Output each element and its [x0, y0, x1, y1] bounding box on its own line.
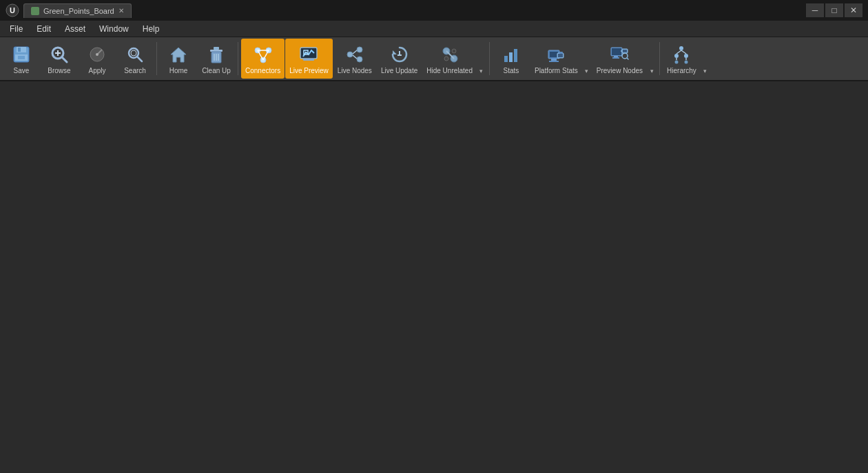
hierarchy-dropdown[interactable]: ▾ [701, 39, 710, 79]
svg-rect-56 [558, 54, 563, 57]
live-preview-button[interactable]: Live Preview [285, 39, 333, 79]
svg-point-67 [679, 46, 683, 50]
save-label: Save [14, 67, 30, 74]
preview-nodes-label: Preview Nodes [597, 67, 643, 74]
title-bar: U Green_Points_Board ✕ ─ □ ✕ [0, 0, 868, 21]
live-preview-label: Live Preview [289, 67, 329, 74]
live-update-button[interactable]: Live Update [377, 39, 422, 79]
menu-file[interactable]: File [3, 22, 30, 36]
svg-rect-6 [18, 56, 25, 59]
live-nodes-button[interactable]: Live Nodes [333, 39, 376, 79]
svg-rect-61 [612, 57, 619, 59]
svg-point-16 [131, 50, 136, 56]
svg-line-39 [353, 55, 357, 59]
svg-line-72 [676, 50, 681, 54]
home-label: Home [169, 67, 188, 74]
live-nodes-icon [344, 43, 366, 66]
svg-point-71 [685, 60, 688, 63]
separator-2 [238, 42, 238, 75]
svg-text:U: U [10, 6, 15, 14]
browse-icon [48, 43, 70, 66]
hide-unrelated-button[interactable]: Hide Unrelated [422, 39, 477, 79]
main-canvas [0, 81, 868, 472]
browse-button[interactable]: Browse [41, 39, 78, 79]
menu-help[interactable]: Help [136, 22, 167, 36]
svg-rect-60 [614, 56, 618, 57]
tab-icon [31, 7, 39, 15]
svg-line-28 [263, 50, 269, 60]
svg-line-15 [137, 57, 142, 61]
menu-bar: File Edit Asset Window Help [0, 21, 868, 37]
hide-unrelated-dropdown[interactable]: ▾ [477, 39, 486, 79]
tab-title: Green_Points_Board [43, 7, 114, 15]
cleanup-button[interactable]: Clean Up [198, 39, 235, 79]
hide-unrelated-label: Hide Unrelated [426, 67, 473, 74]
restore-button[interactable]: □ [825, 3, 843, 17]
hierarchy-button[interactable]: Hierarchy [663, 39, 701, 79]
svg-rect-49 [509, 52, 513, 62]
preview-nodes-button[interactable]: Preview Nodes [592, 39, 647, 79]
platform-stats-button[interactable]: Platform Stats [530, 39, 582, 79]
save-icon [10, 43, 32, 66]
document-tab[interactable]: Green_Points_Board ✕ [23, 3, 132, 18]
svg-point-70 [675, 60, 679, 63]
live-update-label: Live Update [381, 67, 417, 74]
search-button[interactable]: Search [116, 39, 154, 79]
svg-rect-59 [612, 48, 621, 55]
svg-rect-63 [623, 50, 627, 52]
live-nodes-label: Live Nodes [338, 67, 372, 74]
platform-stats-dropdown[interactable]: ▾ [582, 39, 592, 79]
browse-label: Browse [48, 67, 70, 74]
svg-line-8 [62, 57, 67, 62]
hide-unrelated-group: Hide Unrelated ▾ [422, 39, 486, 79]
svg-point-36 [357, 47, 362, 52]
menu-edit[interactable]: Edit [30, 22, 58, 36]
apply-button[interactable]: Apply [79, 39, 116, 79]
platform-stats-group: Platform Stats ▾ [530, 39, 592, 79]
separator-1 [156, 42, 157, 75]
svg-point-46 [444, 57, 448, 61]
svg-rect-31 [303, 59, 314, 61]
svg-line-27 [258, 50, 263, 60]
toolbar: Save Browse Apply [0, 37, 868, 81]
separator-3 [489, 42, 490, 75]
hierarchy-icon [670, 43, 692, 66]
svg-rect-57 [559, 52, 563, 54]
title-bar-controls: ─ □ ✕ [806, 3, 862, 17]
save-button[interactable]: Save [3, 39, 40, 79]
cleanup-label: Clean Up [202, 67, 231, 74]
preview-nodes-dropdown[interactable]: ▾ [647, 39, 657, 79]
preview-nodes-group: Preview Nodes ▾ [592, 39, 657, 79]
ue-logo-icon: U [6, 3, 19, 17]
tab-close-icon[interactable]: ✕ [118, 7, 124, 14]
svg-point-37 [357, 57, 362, 62]
connectors-icon [252, 43, 274, 66]
close-button[interactable]: ✕ [845, 3, 862, 17]
home-button[interactable]: Home [160, 39, 197, 79]
svg-point-69 [684, 54, 688, 58]
svg-rect-53 [551, 59, 557, 61]
hide-unrelated-icon [439, 43, 461, 66]
live-update-icon [389, 43, 411, 66]
svg-marker-17 [171, 48, 186, 62]
separator-4 [659, 42, 660, 75]
apply-icon [86, 43, 108, 66]
connectors-label: Connectors [245, 67, 280, 74]
minimize-button[interactable]: ─ [806, 3, 824, 17]
svg-marker-40 [393, 50, 397, 54]
stats-button[interactable]: Stats [493, 39, 530, 79]
connectors-button[interactable]: Connectors [241, 39, 285, 79]
menu-asset[interactable]: Asset [58, 22, 92, 36]
tab-area: Green_Points_Board ✕ [23, 3, 132, 18]
live-preview-icon [298, 43, 320, 66]
svg-line-38 [353, 50, 357, 54]
svg-rect-50 [514, 49, 517, 62]
stats-icon [500, 43, 522, 66]
menu-window[interactable]: Window [92, 22, 136, 36]
title-bar-left: U Green_Points_Board ✕ [6, 3, 132, 18]
svg-rect-54 [549, 61, 559, 62]
svg-rect-52 [550, 52, 558, 57]
hierarchy-group: Hierarchy ▾ [663, 39, 710, 79]
svg-point-35 [347, 52, 353, 57]
svg-rect-30 [300, 48, 317, 59]
